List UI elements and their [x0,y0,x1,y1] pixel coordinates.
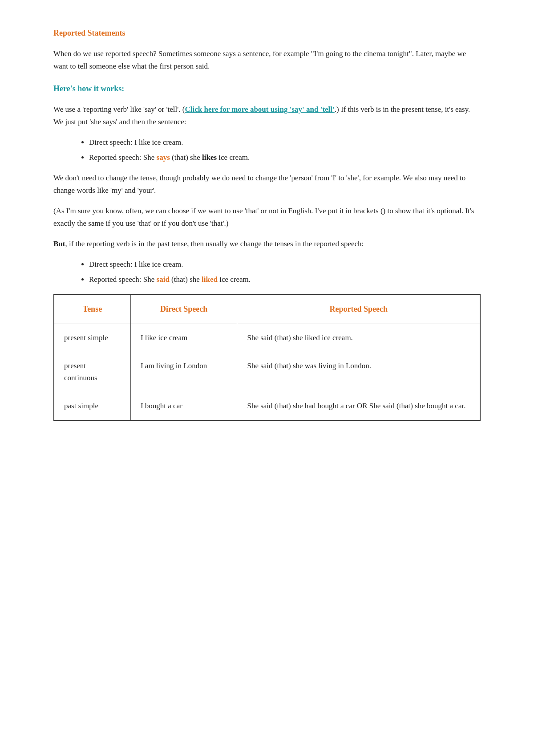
table-header-row: Tense Direct Speech Reported Speech [54,294,480,324]
but-bold: But [53,240,65,248]
cell-tense-1: present continuous [54,352,130,392]
body-paragraph-5-rest: , if the reporting verb is in the past t… [65,240,364,248]
body-text-prefix: We use a 'reporting verb' like 'say' or … [53,105,185,114]
body-paragraph-3: We don't need to change the tense, thoug… [53,172,481,197]
body-paragraph-4: (As I'm sure you know, often, we can cho… [53,205,481,230]
table-row: past simple I bought a car She said (tha… [54,392,480,421]
liked-label: liked [202,275,218,284]
list-item: Reported speech: She says (that) she lik… [89,151,481,164]
col-header-direct: Direct Speech [130,294,237,324]
cell-direct-2: I bought a car [130,392,237,421]
cell-direct-1: I am living in London [130,352,237,392]
table-row: present continuous I am living in London… [54,352,480,392]
bullet-1-reported-suffix: ice cream. [217,153,250,162]
bullet-1-reported-middle: (that) she [170,153,202,162]
bullet-1-reported-prefix: Reported speech: She [89,153,157,162]
tense-table-wrapper: Tense Direct Speech Reported Speech pres… [53,294,481,421]
body-paragraph-5: But, if the reporting verb is in the pas… [53,238,481,250]
section-title: Reported Statements [53,27,481,40]
cell-tense-2: past simple [54,392,130,421]
cell-reported-1: She said (that) she was living in London… [237,352,480,392]
bullet-list-1: Direct speech: I like ice cream. Reporte… [89,136,481,164]
bullet-list-2: Direct speech: I like ice cream. Reporte… [89,258,481,286]
col-header-reported: Reported Speech [237,294,480,324]
cell-tense-0: present simple [54,324,130,352]
bullet-2-reported-suffix: ice cream. [218,275,251,284]
intro-paragraph: When do we use reported speech? Sometime… [53,48,481,73]
likes-label: likes [202,153,217,162]
bullet-2-reported-prefix: Reported speech: She [89,275,157,284]
said-label: said [157,275,170,284]
bullet-1-direct: Direct speech: I like ice cream. [89,138,183,146]
list-item: Reported speech: She said (that) she lik… [89,273,481,286]
cell-direct-0: I like ice cream [130,324,237,352]
table-row: present simple I like ice cream She said… [54,324,480,352]
list-item: Direct speech: I like ice cream. [89,136,481,149]
says-label: says [157,153,170,162]
bullet-2-direct: Direct speech: I like ice cream. [89,260,183,268]
col-header-tense: Tense [54,294,130,324]
list-item: Direct speech: I like ice cream. [89,258,481,271]
body-paragraph-2: We use a 'reporting verb' like 'say' or … [53,103,481,128]
bullet-2-reported-middle: (that) she [170,275,202,284]
cell-reported-0: She said (that) she liked ice cream. [237,324,480,352]
say-tell-link[interactable]: Click here for more about using 'say' an… [185,105,335,114]
subheading: Here's how it works: [53,82,481,95]
cell-reported-2: She said (that) she had bought a car OR … [237,392,480,421]
tense-table: Tense Direct Speech Reported Speech pres… [53,294,481,421]
